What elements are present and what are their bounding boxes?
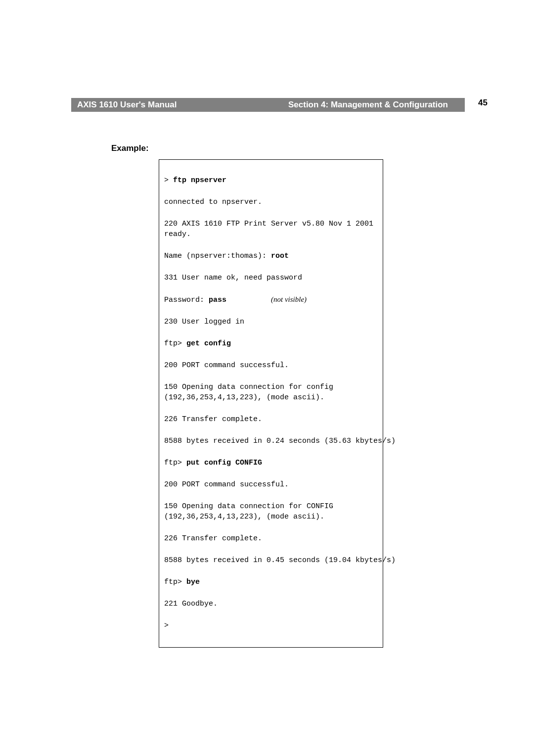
- term-output: 220 AXIS 1610 FTP Print Server v5.80 Nov…: [164, 219, 378, 239]
- term-output: 221 Goodbye.: [164, 599, 378, 609]
- term-prompt: >: [164, 176, 173, 185]
- term-output: 226 Transfer complete.: [164, 533, 378, 544]
- term-output: 200 PORT command successful.: [164, 360, 378, 371]
- term-prompt: ftp>: [164, 459, 186, 467]
- term-output: 8588 bytes received in 0.24 seconds (35.…: [164, 436, 378, 446]
- term-output: 331 User name ok, need password: [164, 273, 378, 283]
- terminal-session: > ftp npserver connected to npserver. 22…: [159, 159, 383, 648]
- term-output: connected to npserver.: [164, 197, 378, 207]
- term-prompt: >: [164, 620, 378, 631]
- section-title: Section 4: Management & Configuration: [177, 100, 459, 110]
- term-prompt: ftp>: [164, 578, 186, 586]
- term-cmd-pass: pass: [209, 296, 226, 304]
- term-output: 8588 bytes received in 0.45 seconds (19.…: [164, 555, 378, 566]
- term-output: 230 User logged in: [164, 317, 378, 327]
- example-heading: Example:: [111, 143, 149, 153]
- spacing: [226, 296, 271, 304]
- term-cmd-bye: bye: [186, 578, 200, 586]
- term-output: 150 Opening data connection for config (…: [164, 382, 378, 403]
- term-output: 226 Transfer complete.: [164, 414, 378, 425]
- term-prompt: Password:: [164, 296, 209, 304]
- term-note: (not visible): [271, 295, 307, 303]
- term-prompt: Name (npserver:thomas):: [164, 252, 271, 260]
- manual-title: AXIS 1610 User's Manual: [77, 100, 177, 110]
- term-output: 200 PORT command successful.: [164, 479, 378, 490]
- term-cmd-ftp: ftp npserver: [173, 176, 226, 185]
- term-cmd-put: put config CONFIG: [186, 459, 262, 467]
- term-cmd-root: root: [271, 252, 289, 260]
- term-cmd-get: get config: [186, 339, 231, 348]
- page-number: 45: [478, 98, 488, 108]
- page-header: AXIS 1610 User's Manual Section 4: Manag…: [71, 98, 465, 112]
- term-output: 150 Opening data connection for CONFIG (…: [164, 501, 378, 522]
- term-prompt: ftp>: [164, 339, 186, 348]
